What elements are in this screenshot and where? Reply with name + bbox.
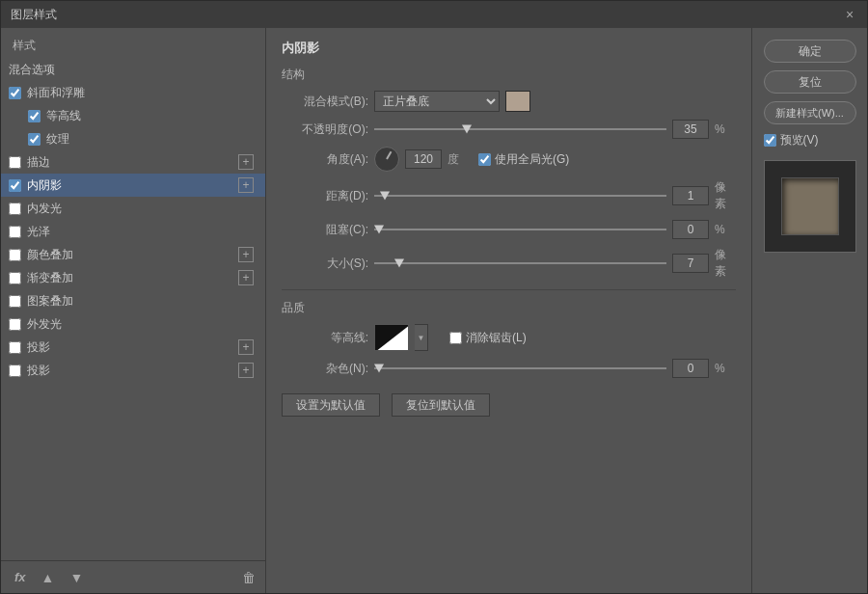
preview-label: 预览(V) [780,132,819,148]
noise-unit: % [715,362,736,375]
noise-thumb[interactable] [374,364,384,373]
preview-checkbox[interactable] [764,134,776,147]
preview-box [764,160,856,253]
set-default-button[interactable]: 设置为默认值 [282,393,380,417]
gradient-overlay-checkbox[interactable] [9,272,21,284]
antialias-check[interactable]: 消除锯齿(L) [449,330,527,346]
move-up-button[interactable]: ▲ [38,568,59,587]
drop-shadow1-add-button[interactable]: + [238,339,254,355]
drop-shadow1-checkbox[interactable] [9,341,21,354]
left-panel-footer: fx ▲ ▼ 🗑 [1,560,265,593]
angle-unit: 度 [448,151,469,168]
size-row: 大小(S): 像素 [282,247,736,280]
reset-default-button[interactable]: 复位到默认值 [392,393,490,417]
section-title: 内阴影 [282,40,736,57]
move-down-button[interactable]: ▼ [66,568,87,587]
stroke-add-button[interactable]: + [238,154,254,170]
opacity-input[interactable] [672,120,709,139]
sidebar-item-bevel[interactable]: 斜面和浮雕 [1,81,265,104]
contour-picker[interactable]: ▼ [374,324,428,351]
sidebar-item-inner-glow[interactable]: 内发光 [1,197,265,220]
middle-panel: 内阴影 结构 混合模式(B): 正片叠底 不透明度(O): % [266,28,751,593]
contour-label: 等高线: [282,330,368,346]
preview-check[interactable]: 预览(V) [764,132,856,148]
inner-glow-checkbox[interactable] [9,202,21,215]
close-button[interactable]: × [842,7,857,22]
inner-shadow-checkbox[interactable] [9,179,21,192]
sidebar-item-drop-shadow-1[interactable]: 投影 + [1,336,265,359]
quality-title: 品质 [282,300,736,316]
distance-slider-track[interactable] [374,189,666,202]
choke-thumb[interactable] [374,226,384,234]
distance-thumb[interactable] [380,192,390,201]
color-overlay-checkbox[interactable] [9,249,21,261]
outer-glow-checkbox[interactable] [9,318,21,331]
blend-mode-select[interactable]: 正片叠底 [374,91,500,112]
contour-dropdown-arrow[interactable]: ▼ [415,324,428,351]
choke-slider-track[interactable] [374,223,666,236]
size-slider-track[interactable] [374,256,666,270]
blend-mode-row: 混合模式(B): 正片叠底 [282,91,736,112]
antialias-checkbox[interactable] [449,332,462,344]
noise-label: 杂色(N): [282,361,368,377]
new-style-button[interactable]: 新建样式(W)... [764,101,856,124]
gradient-overlay-add-button[interactable]: + [238,270,254,285]
sidebar-item-stroke[interactable]: 描边 + [1,150,265,174]
fx-button[interactable]: fx [11,568,30,586]
drop-shadow2-add-button[interactable]: + [238,363,254,378]
sidebar-item-contour[interactable]: 等高线 [1,104,265,127]
delete-button[interactable]: 🗑 [242,570,256,585]
angle-row: 角度(A): 度 使用全局光(G) [282,147,736,172]
angle-input[interactable] [405,149,442,169]
opacity-slider-track[interactable] [374,122,666,136]
texture-checkbox[interactable] [28,133,41,146]
noise-slider-track[interactable] [374,362,666,375]
dialog-title: 图层样式 [11,7,57,23]
sidebar-item-gradient-overlay[interactable]: 渐变叠加 + [1,266,265,289]
size-label: 大小(S): [282,256,368,272]
inner-shadow-add-button[interactable]: + [238,177,254,193]
bevel-checkbox[interactable] [9,87,21,99]
distance-input[interactable] [672,186,709,205]
distance-unit: 像素 [715,179,736,212]
satin-checkbox[interactable] [9,226,21,238]
structure-title: 结构 [282,67,736,83]
global-light-check[interactable]: 使用全局光(G) [478,151,569,168]
blend-options-item[interactable]: 混合选项 [1,58,265,81]
sidebar-item-texture[interactable]: 纹理 [1,127,265,150]
drop-shadow2-checkbox[interactable] [9,364,21,377]
sidebar-item-pattern-overlay[interactable]: 图案叠加 [1,289,265,312]
left-panel-content: 样式 混合选项 斜面和浮雕 等高线 纹理 [1,28,265,560]
distance-label: 距离(D): [282,188,368,204]
choke-unit: % [715,223,736,236]
color-overlay-add-button[interactable]: + [238,247,254,262]
size-thumb[interactable] [394,259,404,268]
global-light-checkbox[interactable] [478,153,491,166]
choke-input[interactable] [672,220,709,239]
size-input[interactable] [672,254,709,273]
noise-input[interactable] [672,359,709,378]
ok-button[interactable]: 确定 [764,40,856,63]
angle-dial[interactable] [374,147,399,172]
stroke-checkbox[interactable] [9,156,21,169]
opacity-unit: % [715,122,736,136]
blend-mode-label: 混合模式(B): [282,94,368,110]
opacity-row: 不透明度(O): % [282,120,736,139]
sidebar-item-outer-glow[interactable]: 外发光 [1,312,265,336]
left-panel: 样式 混合选项 斜面和浮雕 等高线 纹理 [1,28,266,593]
pattern-overlay-checkbox[interactable] [9,295,21,308]
sidebar-item-drop-shadow-2[interactable]: 投影 + [1,359,265,382]
dialog: 图层样式 × 样式 混合选项 斜面和浮雕 等高线 [0,0,868,594]
angle-label: 角度(A): [282,151,368,168]
blend-color-swatch[interactable] [505,91,530,112]
contour-thumbnail[interactable] [374,324,409,351]
sidebar-item-color-overlay[interactable]: 颜色叠加 + [1,243,265,266]
sidebar-item-inner-shadow[interactable]: 内阴影 + [1,174,265,197]
contour-checkbox[interactable] [28,110,41,122]
global-light-label: 使用全局光(G) [495,151,569,168]
noise-row: 杂色(N): % [282,359,736,378]
sidebar-item-satin[interactable]: 光泽 [1,220,265,243]
opacity-thumb[interactable] [462,125,472,134]
reset-button[interactable]: 复位 [764,70,856,94]
title-bar: 图层样式 × [1,1,867,28]
